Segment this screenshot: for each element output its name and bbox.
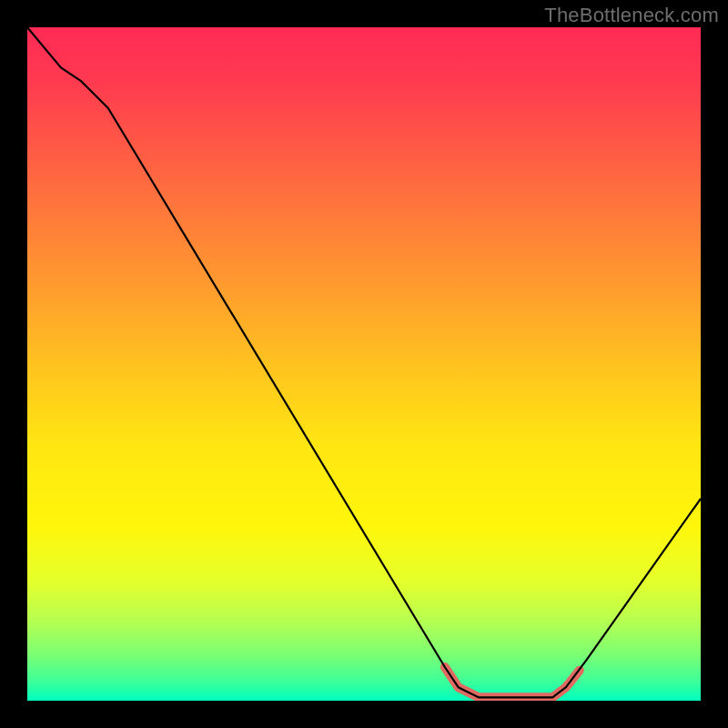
chart-svg [27, 27, 701, 701]
bottleneck-curve-path [27, 27, 701, 697]
plot-area [27, 27, 701, 701]
chart-frame: TheBottleneck.com [0, 0, 728, 728]
watermark-text: TheBottleneck.com [544, 4, 719, 27]
